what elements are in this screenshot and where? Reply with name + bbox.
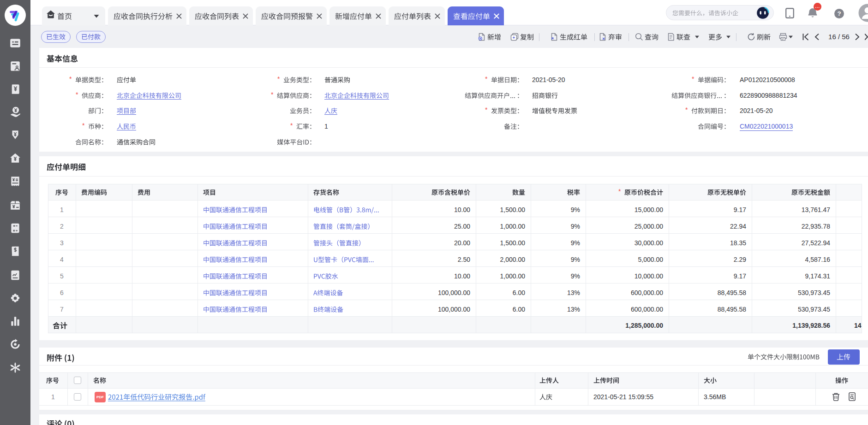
svg-text:?: ? xyxy=(837,10,841,17)
